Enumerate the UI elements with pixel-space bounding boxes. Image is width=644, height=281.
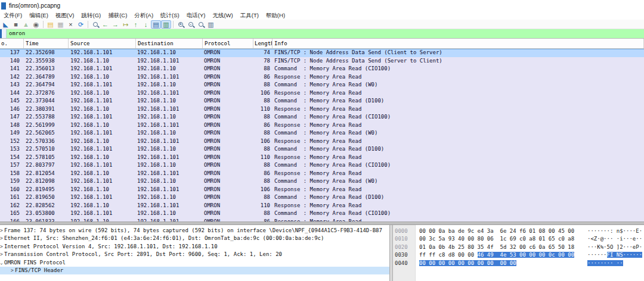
go-last-icon[interactable]: ↓ xyxy=(141,20,151,29)
capture-options-icon[interactable]: ◉ xyxy=(31,20,41,29)
packet-row-162[interactable]: 16222.828562192.168.1.10192.168.1.101OMR… xyxy=(0,202,644,210)
column-header-length[interactable]: Length xyxy=(253,39,273,48)
column-header-source[interactable]: Source xyxy=(69,39,136,48)
hex-row-0010[interactable]: 001000 3c 5a 93 40 00 80 06 1c 69 c0 a8 … xyxy=(393,235,644,243)
cell-length: 88 xyxy=(253,81,273,89)
cell-no: 149 xyxy=(0,129,24,138)
detail-line-0[interactable]: >Frame 137: 74 bytes on wire (592 bits),… xyxy=(0,227,389,235)
go-back-icon[interactable]: ← xyxy=(100,20,110,29)
hex-bytes[interactable]: 00 00 0a ba de 9c e4 3a 6e 24 f6 01 08 0… xyxy=(419,227,574,235)
hex-bytes[interactable]: 00 3c 5a 93 40 00 80 06 1c 69 c0 a8 01 6… xyxy=(419,235,574,243)
zoom-reset-icon[interactable] xyxy=(196,20,206,29)
resize-columns-icon[interactable]: ▥ xyxy=(206,20,216,29)
hex-bytes-selected[interactable]: 00 00 00 00 00 00 00 00 00 00 xyxy=(419,260,516,266)
packet-row-161[interactable]: 16122.819650192.168.1.101192.168.1.10OMR… xyxy=(0,193,644,202)
hex-row-0000[interactable]: 000000 00 0a ba de 9c e4 3a 6e 24 f6 01 … xyxy=(393,227,644,235)
expander-icon[interactable]: > xyxy=(11,267,15,274)
hex-bytes-selected[interactable]: 46 49 4e 53 00 00 00 0c 00 00 xyxy=(478,252,575,258)
hex-ascii[interactable]: ······FI NS······ xyxy=(587,251,642,259)
hex-bytes[interactable]: 00 00 00 00 00 00 00 00 00 00 xyxy=(419,260,516,267)
go-to-packet-icon[interactable]: ↦ xyxy=(120,20,131,29)
menu-item-2[interactable]: 视图(V) xyxy=(52,11,78,20)
expander-icon[interactable]: > xyxy=(0,243,4,251)
menu-item-10[interactable]: 帮助(H) xyxy=(262,11,289,20)
cell-no: 142 xyxy=(0,73,24,82)
expander-icon[interactable]: ⌄ xyxy=(0,259,4,267)
start-capture-icon[interactable]: ◣ xyxy=(1,20,11,29)
go-forward-icon[interactable]: → xyxy=(110,20,120,29)
hex-row-0030[interactable]: 0030ff ff c8 d8 00 00 46 49 4e 53 00 00 … xyxy=(393,251,644,259)
column-header-destination[interactable]: Destination xyxy=(136,39,203,48)
open-file-icon[interactable]: ▤ xyxy=(45,20,55,29)
column-header-protocol[interactable]: Protocol xyxy=(203,39,253,48)
hex-ascii[interactable]: ···K%·5O ]2···eP· xyxy=(587,243,642,251)
cell-no: 141 xyxy=(0,65,24,73)
packet-row-153[interactable]: 15322.570510192.168.1.101192.168.1.10OMR… xyxy=(0,145,644,154)
packet-row-143[interactable]: 14322.364794192.168.1.101192.168.1.10OMR… xyxy=(0,81,644,89)
packet-row-152[interactable]: 15222.570336192.168.1.10192.168.1.101OMR… xyxy=(0,138,644,146)
packet-row-147[interactable]: 14722.553788192.168.1.101192.168.1.10OMR… xyxy=(0,113,644,121)
cell-time: 22.819495 xyxy=(24,186,69,194)
column-header-time[interactable]: Time xyxy=(24,39,69,48)
cell-protocol: OMRON xyxy=(203,105,253,114)
detail-line-2[interactable]: >Internet Protocol Version 4, Src: 192.1… xyxy=(0,243,389,251)
hex-bytes[interactable]: 01 0a 0b 4b 25 80 35 4f 5d 32 00 c6 0a 6… xyxy=(419,243,574,251)
menu-item-1[interactable]: 编辑(E) xyxy=(26,11,52,20)
packet-row-157[interactable]: 15722.803797192.168.1.101192.168.1.10OMR… xyxy=(0,161,644,170)
packet-row-146[interactable]: 14622.380391192.168.1.10192.168.1.101OMR… xyxy=(0,105,644,114)
hex-ascii[interactable]: ·<Z·@··· ·i···e·· xyxy=(587,235,642,243)
hex-ascii[interactable]: ········ ·· xyxy=(587,260,623,267)
cell-info: Command : Memory Area Read (D100) xyxy=(273,145,644,154)
colorize-icon[interactable]: ▥ xyxy=(161,20,171,29)
zoom-out-icon[interactable]: - xyxy=(185,20,196,29)
hex-ascii-selected[interactable]: ········ ·· xyxy=(587,260,623,266)
expander-icon[interactable]: > xyxy=(0,251,4,258)
zoom-in-icon[interactable]: + xyxy=(175,20,185,29)
menu-item-9[interactable]: 工具(T) xyxy=(237,11,262,20)
column-header-info[interactable]: Info xyxy=(273,39,644,48)
find-packet-icon[interactable] xyxy=(90,20,100,29)
packet-row-159[interactable]: 15922.812098192.168.1.101192.168.1.10OMR… xyxy=(0,177,644,186)
packet-row-160[interactable]: 16022.819495192.168.1.10192.168.1.101OMR… xyxy=(0,186,644,194)
hex-ascii-selected[interactable]: FI NS······ xyxy=(607,252,643,258)
go-first-icon[interactable]: ↑ xyxy=(131,20,141,29)
reload-icon[interactable]: ⟳ xyxy=(76,20,86,29)
detail-line-4[interactable]: ⌄OMRON FINS Protocol xyxy=(0,259,389,267)
packet-row-141[interactable]: 14122.356013192.168.1.101192.168.1.10OMR… xyxy=(0,65,644,73)
menu-item-6[interactable]: 统计(S) xyxy=(157,11,183,20)
packet-row-140[interactable]: 14022.355938192.168.1.10192.168.1.101OMR… xyxy=(0,57,644,65)
packet-row-142[interactable]: 14222.364789192.168.1.10192.168.1.101OMR… xyxy=(0,73,644,82)
detail-line-1[interactable]: >Ethernet II, Src: Shenzhen_24:f6:01 (e4… xyxy=(0,235,389,242)
hex-bytes[interactable]: ff ff c8 d8 00 00 46 49 4e 53 00 00 00 0… xyxy=(419,251,574,259)
restart-capture-icon[interactable]: ▲ xyxy=(21,20,31,29)
hex-row-0040[interactable]: 004000 00 00 00 00 00 00 00 00 00·······… xyxy=(393,260,644,267)
save-file-icon[interactable]: ▦ xyxy=(55,20,66,29)
expander-icon[interactable]: > xyxy=(0,235,4,242)
detail-line-3[interactable]: >Transmission Control Protocol, Src Port… xyxy=(0,251,389,258)
menu-item-5[interactable]: 分析(A) xyxy=(131,11,157,20)
stop-capture-icon[interactable]: ■ xyxy=(11,20,21,29)
hex-ascii[interactable]: ·······: n$····E· xyxy=(587,227,642,235)
packet-row-154[interactable]: 15422.578105192.168.1.10192.168.1.101OMR… xyxy=(0,154,644,162)
hex-row-0020[interactable]: 002001 0a 0b 4b 25 80 35 4f 5d 32 00 c6 … xyxy=(393,243,644,251)
packet-row-144[interactable]: 14422.372876192.168.1.10192.168.1.101OMR… xyxy=(0,89,644,98)
display-filter-input[interactable]: omron xyxy=(7,29,644,38)
packet-row-158[interactable]: 15822.812054192.168.1.10192.168.1.101OMR… xyxy=(0,170,644,178)
detail-line-5[interactable]: >FINS/TCP Header xyxy=(0,267,389,274)
expander-icon[interactable]: > xyxy=(0,227,4,235)
packet-row-145[interactable]: 14522.373044192.168.1.101192.168.1.10OMR… xyxy=(0,97,644,105)
menu-item-8[interactable]: 无线(W) xyxy=(209,11,236,20)
packet-row-165[interactable]: 16523.053800192.168.1.101192.168.1.10OMR… xyxy=(0,210,644,218)
auto-scroll-icon[interactable]: ▤ xyxy=(151,20,161,29)
cell-length: 74 xyxy=(253,49,273,57)
packet-row-149[interactable]: 14922.562065192.168.1.101192.168.1.10OMR… xyxy=(0,129,644,138)
menu-item-7[interactable]: 电话(Y) xyxy=(183,11,209,20)
menu-item-4[interactable]: 捕获(C) xyxy=(104,11,131,20)
packet-row-137[interactable]: 13722.352698192.168.1.101192.168.1.10OMR… xyxy=(0,49,644,57)
close-file-icon[interactable]: × xyxy=(66,20,76,29)
menu-item-0[interactable]: 文件(F) xyxy=(0,11,26,20)
column-header-o[interactable]: o. xyxy=(0,39,24,48)
packet-row-148[interactable]: 14822.561999192.168.1.10192.168.1.101OMR… xyxy=(0,121,644,130)
filter-bookmark-icon[interactable] xyxy=(0,29,7,38)
menu-item-3[interactable]: 跳转(G) xyxy=(78,11,104,20)
